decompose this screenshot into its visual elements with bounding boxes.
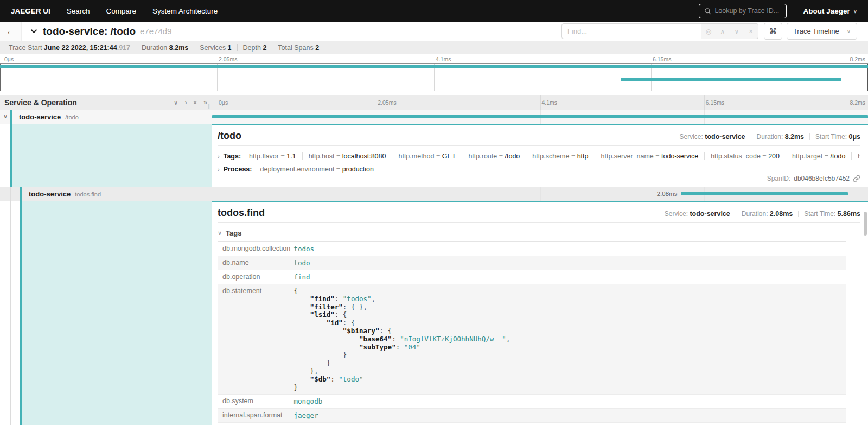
link-icon[interactable] — [853, 175, 860, 182]
about-jaeger-label: About Jaeger — [803, 7, 850, 15]
back-button[interactable]: ← — [0, 22, 22, 41]
top-nav: JAEGER UI SearchCompareSystem Architectu… — [0, 0, 868, 22]
minimap-canvas[interactable] — [0, 63, 868, 91]
info-value: 8.2ms — [169, 44, 188, 52]
chevron-down-icon[interactable]: ∨ — [3, 113, 8, 120]
span-service-name: todo-service — [19, 113, 61, 121]
focus-match-icon[interactable]: ◎ — [701, 28, 716, 35]
about-jaeger-menu[interactable]: About Jaeger ∨ — [803, 7, 857, 15]
tag-table-value: { "find": "todos", "filter": { }, "lsid"… — [290, 284, 846, 395]
minimap-ticks: 0μs2.05ms4.1ms6.15ms8.2ms — [0, 54, 868, 63]
find-input[interactable] — [561, 23, 701, 39]
tag-key: http.scheme — [532, 152, 569, 160]
trace-info-item: Trace Start June 22 2022, 15:21:44.917 — [3, 44, 136, 52]
grid-line — [704, 95, 705, 110]
span-row-todos-find-name[interactable]: todo-service todos.find — [0, 187, 212, 201]
span-row-text: todo-service todos.find — [0, 190, 101, 198]
tag-key: http.route — [468, 152, 497, 160]
span-duration-bar[interactable] — [681, 192, 847, 195]
detail-title-row: /todo Service: todo-service Duration: 8.… — [218, 130, 860, 142]
trace-title: todo-service: /todo — [43, 26, 136, 37]
tag-table-key: internal.span.format — [218, 409, 290, 423]
tag-key: http.status_code — [711, 152, 761, 160]
span-indent-fill — [22, 201, 212, 425]
tag-table-row: db.mongodb.collectiontodos — [218, 242, 846, 256]
tag-pill[interactable]: deployment.environment = production — [254, 166, 380, 173]
tag-table-key: db.operation — [218, 270, 290, 284]
trace-lookup-input[interactable] — [714, 7, 781, 15]
json-key: "subType" — [359, 343, 396, 351]
find-tags-table-body: db.mongodb.collectiontodosdb.nametododb.… — [218, 242, 846, 426]
next-match-icon[interactable]: ∨ — [730, 28, 744, 35]
tag-pill[interactable]: http.scheme = http — [526, 152, 595, 160]
span-row-todos-find-timeline[interactable]: 2.08ms — [212, 187, 868, 201]
chevron-down-icon: ∨ — [847, 28, 851, 34]
timeline-cursor-line — [475, 95, 475, 110]
expand-all-icon[interactable]: » — [203, 99, 207, 106]
tag-table-key: db.mongodb.collection — [218, 242, 290, 256]
tags-summary-row[interactable]: › Tags: http.flavor = 1.1http.host = loc… — [218, 152, 860, 160]
tag-pill[interactable]: http.flavor = 1.1 — [243, 152, 303, 160]
expand-one-icon[interactable]: › — [185, 99, 187, 106]
span-detail-guide — [0, 124, 212, 187]
service-operation-title: Service & Operation — [4, 98, 167, 107]
tag-table-key: db.name — [218, 256, 290, 270]
tag-table-key: db.system — [218, 395, 290, 409]
tick-label: 2.05ms — [378, 99, 396, 106]
span-row-todo-name[interactable]: ∨ todo-service /todo — [0, 110, 212, 124]
process-summary-row[interactable]: › Process: deployment.environment = prod… — [218, 166, 860, 173]
process-label: Process: — [224, 166, 252, 173]
trace-info-bar: Trace Start June 22 2022, 15:21:44.917Du… — [0, 41, 868, 54]
trace-lookup-box[interactable] — [699, 4, 787, 18]
tag-table-row: db.statement{ "find": "todos", "filter":… — [218, 284, 846, 395]
json-key: "filter" — [310, 303, 343, 311]
trace-collapse-chevron-icon[interactable] — [29, 27, 39, 36]
chevron-down-icon: ∨ — [853, 8, 857, 14]
scrollbar-thumb[interactable] — [864, 212, 867, 236]
jaeger-ui-logo[interactable]: JAEGER UI — [11, 7, 50, 15]
collapse-all-icon[interactable]: » — [192, 100, 199, 104]
keyboard-shortcuts-button[interactable]: ⌘ — [764, 23, 782, 40]
tag-pill[interactable]: http.status_code = 200 — [705, 152, 786, 160]
tag-pill[interactable]: http.host = localhost:8080 — [303, 152, 393, 160]
tag-key: http.server_name — [601, 152, 654, 160]
span-duration-bar[interactable] — [212, 115, 868, 118]
span-detail-meta: Service: todo-service Duration: 8.2ms St… — [674, 133, 860, 141]
tag-table-row: internal.span.formatjaeger — [218, 409, 846, 423]
info-label: Duration — [142, 44, 169, 52]
tags-accordion-header[interactable]: ∨ Tags — [218, 229, 860, 237]
tag-pill[interactable]: http.target = /todo — [786, 152, 852, 160]
duration-label: Duration: — [742, 210, 768, 218]
nav-link-system-architecture[interactable]: System Architecture — [152, 7, 218, 15]
detail-title-row: todos.find Service: todo-service Duratio… — [218, 207, 860, 219]
tag-pill[interactable]: http.user_agent = M… — [852, 152, 860, 160]
tick-label: 6.15ms — [653, 56, 671, 62]
tag-table-value: find — [290, 270, 846, 284]
span-row-todos-find[interactable]: todo-service todos.find 2.08ms — [0, 187, 868, 201]
clear-find-icon[interactable]: × — [744, 28, 758, 35]
info-label: Services — [200, 44, 227, 52]
tag-table-row: db.nametodo — [218, 256, 846, 270]
nav-link-search[interactable]: Search — [67, 7, 90, 15]
span-detail-panel: /todo Service: todo-service Duration: 8.… — [212, 124, 868, 187]
trace-info-item: Depth 2 — [238, 44, 272, 52]
span-row-todo-timeline[interactable] — [212, 110, 868, 124]
tag-pill[interactable]: http.method = GET — [392, 152, 462, 160]
grid-line — [540, 95, 541, 110]
tag-pill[interactable]: http.server_name = todo-service — [595, 152, 705, 160]
column-resizer[interactable]: ∥ — [208, 103, 210, 109]
tick-label: 8.2ms — [850, 99, 865, 106]
prev-match-icon[interactable]: ∧ — [716, 28, 730, 35]
tag-pill[interactable]: http.route = /todo — [462, 152, 526, 160]
trace-toolbar: ◎ ∧ ∨ × ⌘ Trace Timeline ∨ — [561, 23, 868, 40]
trace-view-dropdown[interactable]: Trace Timeline ∨ — [787, 23, 857, 40]
tick-label: 0μs — [4, 56, 14, 62]
grid-line — [376, 95, 376, 110]
json-key: "$binary" — [343, 327, 380, 335]
info-value: June 22 2022, 15:21:44 — [44, 44, 117, 52]
span-row-todo[interactable]: ∨ todo-service /todo — [0, 110, 868, 124]
equals-sign: = — [434, 152, 442, 160]
nav-link-compare[interactable]: Compare — [106, 7, 137, 15]
span-id-row: SpanID: db046b8efc5b7452 — [767, 175, 860, 182]
collapse-one-icon[interactable]: ∨ — [174, 99, 178, 106]
